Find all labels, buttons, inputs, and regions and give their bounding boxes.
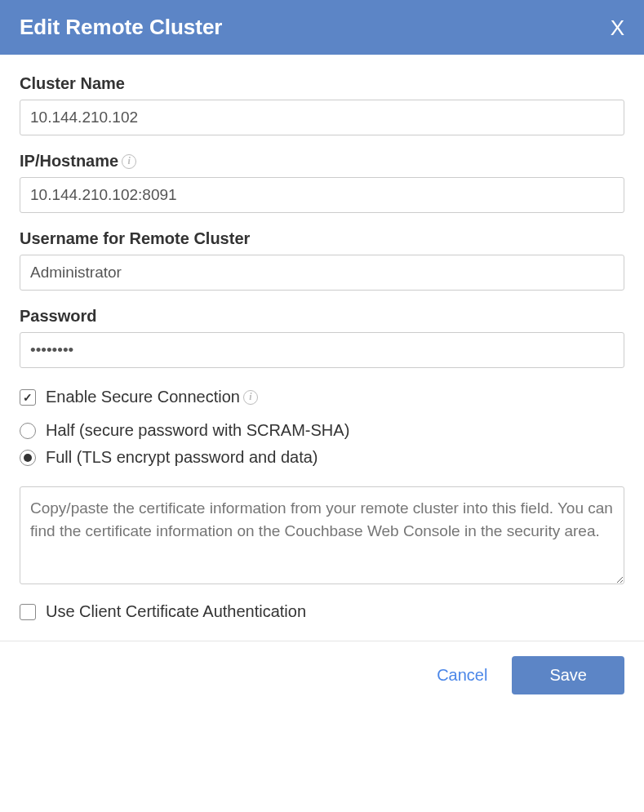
enable-secure-checkbox[interactable] [20, 389, 36, 406]
radio-full[interactable]: Full (TLS encrypt password and data) [20, 448, 624, 467]
radio-half[interactable]: Half (secure password with SCRAM-SHA) [20, 421, 624, 440]
enable-secure-label: Enable Secure Connection [46, 388, 240, 406]
radio-full-label: Full (TLS encrypt password and data) [46, 448, 318, 467]
username-input[interactable] [20, 255, 624, 291]
cluster-name-input[interactable] [20, 100, 624, 135]
ip-hostname-label: IP/Hostname [20, 152, 118, 171]
dialog-body: Cluster Name IP/Hostname i Username for … [0, 55, 644, 641]
ip-hostname-input[interactable] [20, 177, 624, 213]
radio-full-circle[interactable] [20, 450, 36, 466]
enable-secure-row[interactable]: Enable Secure Connection i [20, 388, 624, 406]
client-cert-label: Use Client Certificate Authentication [46, 602, 306, 621]
cancel-button[interactable]: Cancel [437, 666, 487, 685]
secure-mode-radio-group: Half (secure password with SCRAM-SHA) Fu… [20, 421, 624, 467]
certificate-textarea[interactable] [20, 486, 624, 584]
info-icon[interactable]: i [243, 390, 258, 405]
ip-hostname-group: IP/Hostname i [20, 152, 624, 213]
save-button[interactable]: Save [512, 656, 624, 694]
username-group: Username for Remote Cluster [20, 229, 624, 291]
info-icon[interactable]: i [122, 154, 136, 169]
password-input[interactable] [20, 332, 624, 368]
dialog-header: Edit Remote Cluster X [0, 0, 644, 55]
dialog-footer: Cancel Save [0, 641, 644, 709]
cluster-name-label: Cluster Name [20, 74, 624, 93]
client-cert-row[interactable]: Use Client Certificate Authentication [20, 602, 624, 621]
password-label: Password [20, 307, 624, 326]
close-icon[interactable]: X [611, 17, 624, 38]
username-label: Username for Remote Cluster [20, 229, 624, 248]
client-cert-checkbox[interactable] [20, 604, 36, 620]
radio-half-label: Half (secure password with SCRAM-SHA) [46, 421, 349, 440]
password-group: Password [20, 307, 624, 368]
cluster-name-group: Cluster Name [20, 74, 624, 135]
dialog-title: Edit Remote Cluster [20, 15, 223, 40]
radio-half-circle[interactable] [20, 423, 36, 439]
